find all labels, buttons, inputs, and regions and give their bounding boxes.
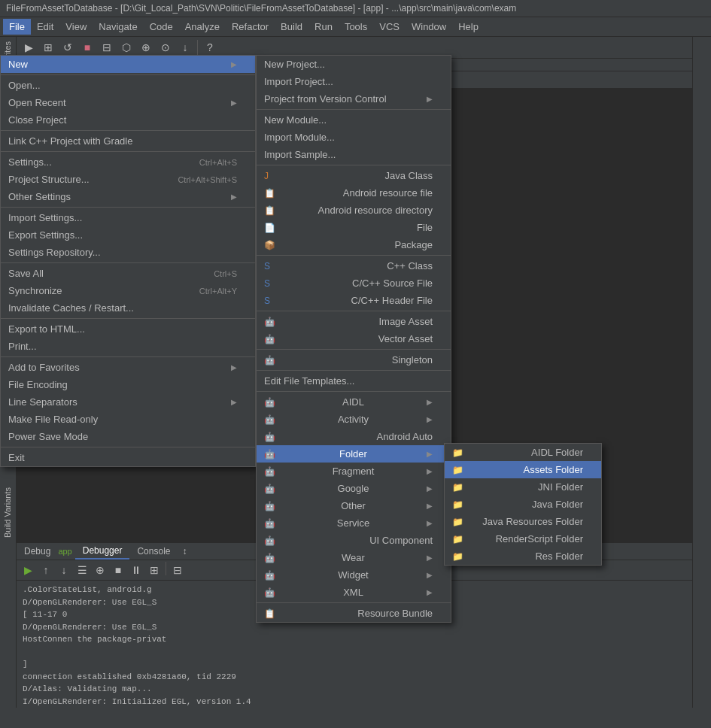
menu-build[interactable]: Build [275,19,308,35]
debug-pause-btn[interactable]: ⏸ [128,562,144,578]
file-menu-add-favorites[interactable]: Add to Favorites ▶ [1,359,255,376]
toolbar-btn-7[interactable]: ⊕ [137,38,155,56]
new-submenu-edit-templates[interactable]: Edit File Templates... [257,372,451,390]
new-submenu-google[interactable]: 🤖 Google ▶ [257,480,451,497]
menu-code[interactable]: Code [144,19,179,35]
folder-submenu-aidl[interactable]: 📁 AIDL Folder [445,444,601,461]
new-submenu-fragment[interactable]: 🤖 Fragment ▶ [257,463,451,480]
menu-analyze[interactable]: Analyze [179,19,226,35]
new-submenu-import-sample[interactable]: Import Sample... [257,146,451,163]
menu-tools[interactable]: Tools [339,19,373,35]
file-menu-save-all[interactable]: Save All Ctrl+S [1,265,255,282]
build-variants-label[interactable]: Build Variants [0,483,15,542]
new-submenu-import-project[interactable]: Import Project... [257,73,451,90]
new-submenu-vector-asset[interactable]: 🤖 Vector Asset [257,330,451,347]
new-submenu-android-resource-dir[interactable]: 📋 Android resource directory [257,202,451,219]
new-submenu-new-project[interactable]: New Project... [257,56,451,73]
debug-tab-extra[interactable]: ↕ [178,544,191,559]
toolbar-btn-8[interactable]: ⊙ [156,38,175,56]
debug-tab-debugger[interactable]: Debugger [75,543,130,560]
new-submenu-cpp-class[interactable]: S C++ Class [257,257,451,275]
file-menu-settings[interactable]: Settings... Ctrl+Alt+S [1,153,255,171]
file-menu-open-recent[interactable]: Open Recent ▶ [1,94,255,111]
file-menu-print[interactable]: Print... [1,338,255,355]
new-submenu-android-resource-file[interactable]: 📋 Android resource file [257,184,451,202]
new-submenu-wear[interactable]: 🤖 Wear ▶ [257,549,451,566]
toolbar-btn-5[interactable]: ⊟ [98,38,116,56]
folder-submenu[interactable]: 📁 AIDL Folder 📁 Assets Folder 📁 JNI Fold… [444,443,602,566]
folder-submenu-java[interactable]: 📁 Java Folder [445,496,601,513]
new-submenu-ui-component[interactable]: 🤖 UI Component [257,532,451,549]
new-submenu-project-vcs[interactable]: Project from Version Control ▶ [257,90,451,108]
menu-run[interactable]: Run [308,19,339,35]
new-submenu-widget[interactable]: 🤖 Widget ▶ [257,566,451,584]
menu-vcs[interactable]: VCS [373,19,406,35]
toolbar-btn-3[interactable]: ↺ [59,38,77,56]
file-menu-synchronize[interactable]: Synchronize Ctrl+Alt+Y [1,282,255,299]
file-menu-link-cpp[interactable]: Link C++ Project with Gradle [1,132,255,150]
debug-up-btn[interactable]: ↑ [38,562,54,578]
folder-submenu-res[interactable]: 📁 Res Folder [445,548,601,565]
menu-edit[interactable]: Edit [31,19,59,35]
file-menu-new[interactable]: New ▶ [1,56,255,73]
new-submenu[interactable]: New Project... Import Project... Project… [256,55,451,623]
file-menu-invalidate[interactable]: Invalidate Caches / Restart... [1,299,255,317]
new-submenu-android-auto[interactable]: 🤖 Android Auto [257,428,451,445]
new-submenu-other[interactable]: 🤖 Other ▶ [257,497,451,514]
toolbar-btn-6[interactable]: ⬡ [117,38,135,56]
toolbar-btn-1[interactable]: ▶ [20,38,38,56]
file-menu-other-settings[interactable]: Other Settings ▶ [1,188,255,205]
debug-filter-btn[interactable]: ⊕ [92,562,108,578]
debug-down-btn[interactable]: ↓ [56,562,72,578]
file-menu-line-separators[interactable]: Line Separators ▶ [1,393,255,411]
new-submenu-xml[interactable]: 🤖 XML ▶ [257,584,451,601]
toolbar-btn-9[interactable]: ↓ [176,38,194,56]
file-menu-import-settings[interactable]: Import Settings... [1,209,255,226]
new-submenu-file[interactable]: 📄 File [257,219,451,236]
folder-submenu-jni[interactable]: 📁 JNI Folder [445,478,601,496]
menu-help[interactable]: Help [452,19,485,35]
new-submenu-resource-bundle[interactable]: 📋 Resource Bundle [257,605,451,622]
debug-stop-btn[interactable]: ■ [110,562,126,578]
dd-sep-8 [1,447,255,447]
folder-submenu-renderscript[interactable]: 📁 RenderScript Folder [445,530,601,548]
toolbar-btn-help[interactable]: ? [201,38,219,56]
new-submenu-image-asset[interactable]: 🤖 Image Asset [257,313,451,330]
file-menu-export-settings[interactable]: Export Settings... [1,226,255,244]
file-menu-export-html[interactable]: Export to HTML... [1,320,255,338]
debug-list-btn[interactable]: ☰ [74,562,90,578]
file-menu-exit[interactable]: Exit [1,449,255,466]
new-submenu-java-class[interactable]: J Java Class [257,167,451,184]
new-submenu-import-module[interactable]: Import Module... [257,129,451,146]
new-submenu-cpp-header[interactable]: S C/C++ Header File [257,292,451,309]
new-submenu-package[interactable]: 📦 Package [257,236,451,253]
file-menu-power-save[interactable]: Power Save Mode [1,428,255,445]
file-menu-open[interactable]: Open... [1,77,255,94]
file-dropdown[interactable]: New ▶ Open... Open Recent ▶ Close Projec… [0,55,256,467]
menu-refactor[interactable]: Refactor [226,19,275,35]
menu-navigate[interactable]: Navigate [93,19,143,35]
file-menu-file-encoding[interactable]: File Encoding [1,376,255,393]
new-submenu-cpp-source[interactable]: S C/C++ Source File [257,275,451,292]
file-menu-project-structure[interactable]: Project Structure... Ctrl+Alt+Shift+S [1,171,255,188]
debug-step-btn[interactable]: ⊞ [146,562,163,578]
toolbar-btn-2[interactable]: ⊞ [39,38,57,56]
debug-run-btn[interactable]: ▶ [20,562,36,578]
file-menu-close[interactable]: Close Project [1,111,255,129]
new-submenu-singleton[interactable]: 🤖 Singleton [257,351,451,369]
debug-extra-btn[interactable]: ⊟ [169,562,186,578]
new-submenu-aidl[interactable]: 🤖 AIDL ▶ [257,393,451,411]
new-submenu-new-module[interactable]: New Module... [257,111,451,129]
file-menu-settings-repo[interactable]: Settings Repository... [1,244,255,261]
new-submenu-service[interactable]: 🤖 Service ▶ [257,514,451,532]
menu-window[interactable]: Window [406,19,452,35]
debug-tab-console[interactable]: Console [129,544,178,559]
folder-submenu-java-resources[interactable]: 📁 Java Resources Folder [445,513,601,530]
toolbar-btn-stop[interactable]: ■ [78,38,96,56]
file-menu-make-readonly[interactable]: Make File Read-only [1,411,255,428]
new-submenu-activity[interactable]: 🤖 Activity ▶ [257,411,451,428]
new-submenu-folder[interactable]: 🤖 Folder ▶ [257,445,451,463]
menu-view[interactable]: View [59,19,93,35]
folder-submenu-assets[interactable]: 📁 Assets Folder [445,461,601,478]
menu-file[interactable]: File [3,19,31,35]
